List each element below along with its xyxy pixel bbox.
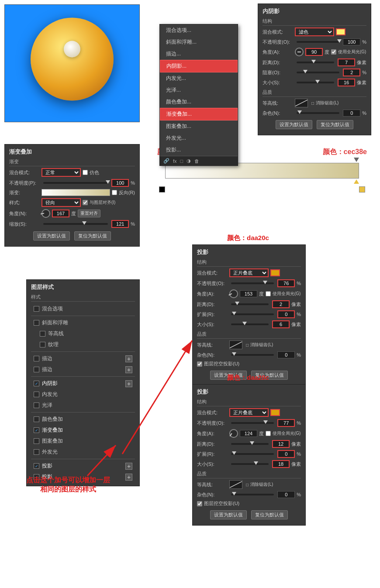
ds1-distance-slider[interactable] <box>231 303 269 305</box>
angle-input[interactable] <box>305 48 323 56</box>
stop-right-bottom[interactable] <box>354 179 359 184</box>
ls-item-texture[interactable]: 纹理 <box>31 339 135 350</box>
ls-item-satin[interactable]: 光泽 <box>31 400 135 411</box>
ls-item-bevel[interactable]: 斜面和浮雕 <box>31 317 135 328</box>
ls-item-stroke-2[interactable]: 描边 + <box>31 364 135 375</box>
ds1-opacity-slider[interactable] <box>231 282 274 284</box>
menu-item-inner-shadow[interactable]: 内阴影... <box>160 60 238 72</box>
gradient-opacity-input[interactable] <box>111 179 129 187</box>
size-input[interactable] <box>338 79 355 86</box>
ls-item-pattern-overlay[interactable]: 图案叠加 <box>31 436 135 447</box>
ds2-spread-slider[interactable] <box>231 453 274 455</box>
ls-item-contour[interactable]: 等高线 <box>31 328 135 339</box>
blend-mode-select[interactable]: 滤色 <box>295 28 334 36</box>
menu-item-blend[interactable]: 混合选项... <box>160 24 238 36</box>
ds1-noise-slider[interactable] <box>231 354 274 356</box>
dither-checkbox[interactable] <box>83 170 88 175</box>
ls-plus-drop-shadow-1[interactable]: + <box>125 463 132 470</box>
choke-slider[interactable] <box>297 72 339 73</box>
stop-right-top[interactable] <box>354 158 359 162</box>
ds2-color-swatch[interactable] <box>270 409 280 416</box>
gradient-opacity-slider[interactable] <box>43 182 108 184</box>
ds2-size-input[interactable] <box>272 460 290 468</box>
noise-input[interactable] <box>343 110 360 117</box>
use-global-light-checkbox[interactable] <box>331 49 336 55</box>
gradient-scale-input[interactable] <box>111 220 129 228</box>
ls-item-inner-glow[interactable]: 内发光 <box>31 389 135 400</box>
ds2-opacity-slider[interactable] <box>231 422 274 424</box>
ds1-size-slider[interactable] <box>231 323 269 325</box>
ds2-global-light-checkbox[interactable] <box>266 431 271 436</box>
ls-item-gradient-overlay[interactable]: 渐变叠加 <box>31 425 135 436</box>
gradient-scale-slider[interactable] <box>43 223 108 225</box>
ls-item-outer-glow[interactable]: 外发光 <box>31 447 135 457</box>
ls-item-color-overlay[interactable]: 颜色叠加 <box>31 414 135 425</box>
menu-item-inner-glow[interactable]: 内发光... <box>160 72 238 84</box>
menu-item-gradient-overlay[interactable]: 渐变叠加... <box>160 108 238 120</box>
ds1-spread-slider[interactable] <box>231 313 274 315</box>
choke-input[interactable] <box>343 69 360 76</box>
ds1-distance-input[interactable] <box>272 300 290 308</box>
ds1-spread-input[interactable] <box>277 310 295 318</box>
menu-item-bevel[interactable]: 斜面和浮雕... <box>160 36 238 48</box>
noise-slider[interactable] <box>297 112 339 114</box>
ls-plus-inner-shadow[interactable]: + <box>125 380 132 387</box>
menu-item-stroke[interactable]: 描边... <box>160 48 238 60</box>
ds2-opacity-input[interactable] <box>277 419 295 427</box>
opacity-slider[interactable] <box>297 41 339 43</box>
ds2-contour-swatch[interactable] <box>229 480 242 489</box>
ds2-angle-dial[interactable] <box>229 429 238 438</box>
ds2-distance-slider[interactable] <box>231 443 269 445</box>
ds2-knockout-checkbox[interactable] <box>197 501 202 506</box>
ls-plus-stroke-1[interactable]: + <box>125 355 132 362</box>
ds2-size-slider[interactable] <box>231 463 269 465</box>
stop-left-bottom[interactable] <box>165 179 170 184</box>
left-color-swatch[interactable] <box>159 186 165 193</box>
distance-input[interactable] <box>338 58 355 66</box>
gradient-blend-select[interactable]: 正常 <box>41 168 81 177</box>
ls-item-blend-options[interactable]: 混合选项 <box>31 303 135 314</box>
menu-item-color-overlay[interactable]: 颜色叠加... <box>160 96 238 108</box>
ds1-knockout-checkbox[interactable] <box>197 361 202 367</box>
ds1-contour-swatch[interactable] <box>229 340 242 349</box>
ls-item-stroke-1[interactable]: 描边 + <box>31 353 135 364</box>
ds2-reset-btn[interactable]: 复位为默认值 <box>251 510 288 519</box>
distance-slider[interactable] <box>297 62 334 63</box>
gradient-style-select[interactable]: 径向 <box>41 198 81 207</box>
ds2-noise-input[interactable] <box>277 491 295 498</box>
ls-item-drop-shadow-1[interactable]: 投影 + <box>31 461 135 471</box>
ds2-set-default-btn[interactable]: 设置为默认值 <box>210 510 247 519</box>
align-layer-checkbox[interactable] <box>83 200 88 205</box>
ds1-size-input[interactable] <box>272 320 290 328</box>
ds1-opacity-input[interactable] <box>277 279 295 287</box>
ds1-angle-input[interactable] <box>240 290 257 297</box>
inner-shadow-color-swatch[interactable] <box>336 28 345 35</box>
inner-shadow-set-default-btn[interactable]: 设置为默认值 <box>276 120 312 129</box>
ds1-blend-select[interactable]: 正片叠底 <box>229 268 269 277</box>
gradient-angle-dial[interactable] <box>41 209 50 218</box>
ls-plus-drop-shadow-2[interactable]: + <box>125 474 132 481</box>
inner-shadow-reset-btn[interactable]: 复位为默认值 <box>317 120 353 129</box>
menu-item-drop-shadow[interactable]: 投影... <box>160 144 238 156</box>
ds1-noise-input[interactable] <box>277 351 295 358</box>
contour-swatch[interactable] <box>295 99 308 107</box>
menu-item-pattern-overlay[interactable]: 图案叠加... <box>160 120 238 132</box>
angle-dial[interactable] <box>295 48 304 56</box>
right-color-swatch[interactable] <box>359 186 365 193</box>
gradient-bar-preview[interactable] <box>41 189 110 196</box>
gradient-set-default-btn[interactable]: 设置为默认值 <box>33 231 70 241</box>
ds1-color-swatch[interactable] <box>270 269 280 276</box>
ds2-spread-input[interactable] <box>277 450 295 458</box>
ds2-distance-input[interactable] <box>272 440 290 448</box>
reset-align-btn[interactable]: 重置对齐 <box>78 210 100 217</box>
opacity-input[interactable] <box>343 38 360 45</box>
reverse-checkbox[interactable] <box>112 190 117 195</box>
ds1-global-light-checkbox[interactable] <box>266 291 271 296</box>
ls-plus-stroke-2[interactable]: + <box>125 366 132 373</box>
ds2-angle-input[interactable] <box>240 430 257 437</box>
menu-item-outer-glow[interactable]: 外发光... <box>160 132 238 144</box>
ds1-angle-dial[interactable] <box>229 289 238 298</box>
size-slider[interactable] <box>297 82 334 83</box>
menu-item-satin[interactable]: 光泽... <box>160 84 238 96</box>
ds2-blend-select[interactable]: 正片叠底 <box>229 408 269 417</box>
